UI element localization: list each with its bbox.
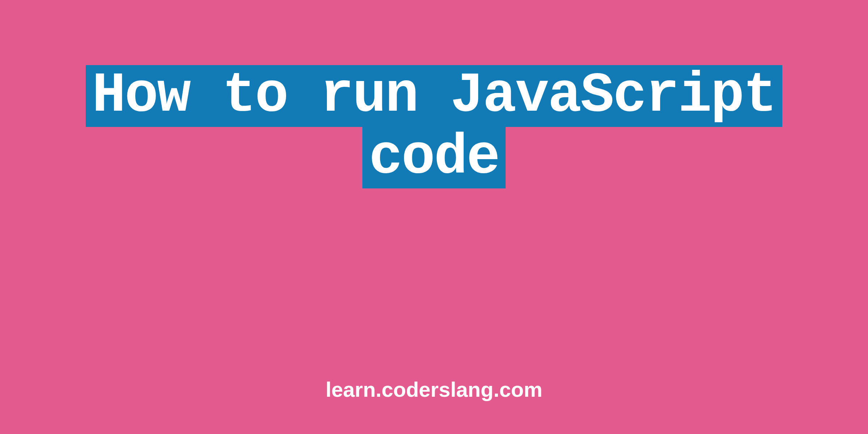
page-title: How to run JavaScript code bbox=[0, 65, 868, 188]
title-line-1: How to run JavaScript bbox=[86, 65, 782, 127]
title-line-2: code bbox=[362, 127, 506, 189]
footer-domain: learn.coderslang.com bbox=[0, 377, 868, 401]
